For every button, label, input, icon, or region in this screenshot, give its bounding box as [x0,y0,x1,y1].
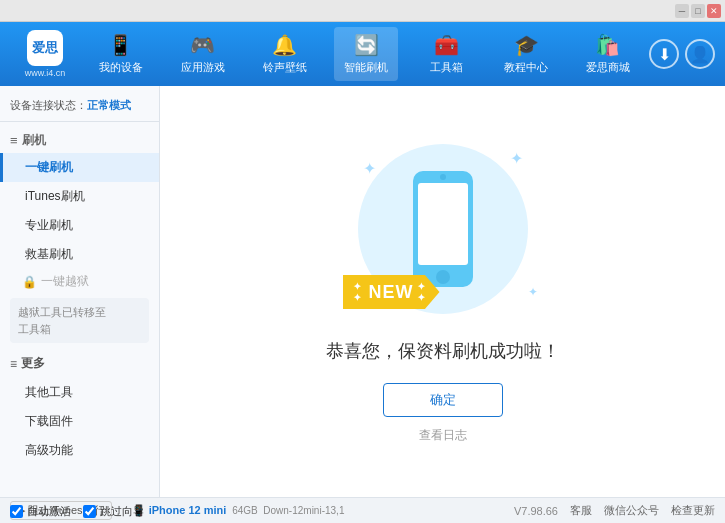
sparkle-top-right: ✦ [510,149,523,168]
nav-store[interactable]: 🛍️ 爱思商城 [576,27,640,81]
flash-section-label: 刷机 [22,132,46,149]
sidebar-item-advanced[interactable]: 高级功能 [0,436,159,465]
nav-smart-flash-label: 智能刷机 [344,60,388,75]
device-storage: 64GB Down-12mini-13,1 [229,505,344,516]
nav-items: 📱 我的设备 🎮 应用游戏 🔔 铃声壁纸 🔄 智能刷机 🧰 工具箱 🎓 教程中心… [80,27,649,81]
device-name: iPhone 12 mini [149,504,227,516]
success-illustration: ✦ ✦ ✦ ✦ ✦ NEW ✦ ✦ [343,139,543,319]
nav-my-device[interactable]: 📱 我的设备 [89,27,153,81]
tutorial-icon: 🎓 [514,33,539,57]
download-button[interactable]: ⬇ [649,39,679,69]
nav-toolbox[interactable]: 🧰 工具箱 [416,27,476,81]
phone-icon: 📱 [108,33,133,57]
sidebar-item-pro-flash[interactable]: 专业刷机 [0,211,159,240]
apps-icon: 🎮 [190,33,215,57]
logo-icon: 爱思 [27,30,63,66]
nav-my-device-label: 我的设备 [99,60,143,75]
sparkle-bottom-right: ✦ [528,285,538,299]
content-area: ✦ ✦ ✦ ✦ ✦ NEW ✦ ✦ 恭喜您，保资料刷机成功啦！ 确定 查看日志 [160,86,725,497]
goto-log-link[interactable]: 查看日志 [419,427,467,444]
user-button[interactable]: 👤 [685,39,715,69]
phone-svg [408,169,478,289]
nav-tutorial-label: 教程中心 [504,60,548,75]
confirm-button[interactable]: 确定 [383,383,503,417]
sidebar-item-baseband-flash[interactable]: 救基刷机 [0,240,159,269]
ringtone-icon: 🔔 [272,33,297,57]
header: 爱思 www.i4.cn 📱 我的设备 🎮 应用游戏 🔔 铃声壁纸 🔄 智能刷机… [0,22,725,86]
sidebar-item-itunes-flash[interactable]: iTunes刷机 [0,182,159,211]
minimize-button[interactable]: ─ [675,4,689,18]
store-icon: 🛍️ [595,33,620,57]
flash-section-title: ≡ 刷机 [0,128,159,153]
nav-smart-flash[interactable]: 🔄 智能刷机 [334,27,398,81]
more-section-icon: ≡ [10,357,17,371]
wechat-link[interactable]: 微信公众号 [604,503,659,518]
nav-toolbox-label: 工具箱 [430,60,463,75]
flash-icon: 🔄 [354,33,379,57]
version-label: V7.98.66 [514,505,558,517]
new-badge: ✦ ✦ NEW ✦ ✦ [343,275,440,309]
nav-store-label: 爱思商城 [586,60,630,75]
main-area: 设备连接状态：正常模式 ≡ 刷机 一键刷机 iTunes刷机 专业刷机 救基刷机… [0,86,725,497]
titlebar: ─ □ ✕ [0,0,725,22]
toolbox-icon: 🧰 [434,33,459,57]
nav-apps-label: 应用游戏 [181,60,225,75]
nav-ringtone-label: 铃声壁纸 [263,60,307,75]
connection-status: 设备连接状态：正常模式 [0,94,159,122]
logo-text: www.i4.cn [25,68,66,78]
sidebar-item-download-firmware[interactable]: 下载固件 [0,407,159,436]
nav-right-buttons: ⬇ 👤 [649,39,715,69]
close-button[interactable]: ✕ [707,4,721,18]
lock-icon: 🔒 [22,275,37,289]
svg-point-2 [436,270,450,284]
badge-stars: ✦ ✦ [353,281,362,303]
sidebar-locked-jailbreak: 🔒 一键越狱 [0,269,159,294]
flash-section-icon: ≡ [10,133,18,148]
sidebar-item-one-click-flash[interactable]: 一键刷机 [0,153,159,182]
status-value: 正常模式 [87,99,131,111]
logo[interactable]: 爱思 www.i4.cn [10,30,80,78]
maximize-button[interactable]: □ [691,4,705,18]
badge-stars-right: ✦ ✦ [417,281,426,303]
sidebar-item-other-tools[interactable]: 其他工具 [0,378,159,407]
check-update-link[interactable]: 检查更新 [671,503,715,518]
status-label: 设备连接状态： [10,99,87,111]
success-message: 恭喜您，保资料刷机成功啦！ [326,339,560,363]
nav-tutorial[interactable]: 🎓 教程中心 [494,27,558,81]
svg-point-3 [440,174,446,180]
sidebar: 设备连接状态：正常模式 ≡ 刷机 一键刷机 iTunes刷机 专业刷机 救基刷机… [0,86,160,497]
device-info: 📱 iPhone 12 mini 64GB Down-12mini-13,1 [132,504,514,517]
more-section-title: ≡ 更多 [0,349,159,378]
nav-apps-games[interactable]: 🎮 应用游戏 [171,27,235,81]
customer-service-link[interactable]: 客服 [570,503,592,518]
bottom-right-links: V7.98.66 客服 微信公众号 检查更新 [514,503,715,518]
nav-ringtone[interactable]: 🔔 铃声壁纸 [253,27,317,81]
sparkle-top-left: ✦ [363,159,376,178]
svg-rect-1 [418,183,468,265]
sidebar-note: 越狱工具已转移至 工具箱 [10,298,149,343]
